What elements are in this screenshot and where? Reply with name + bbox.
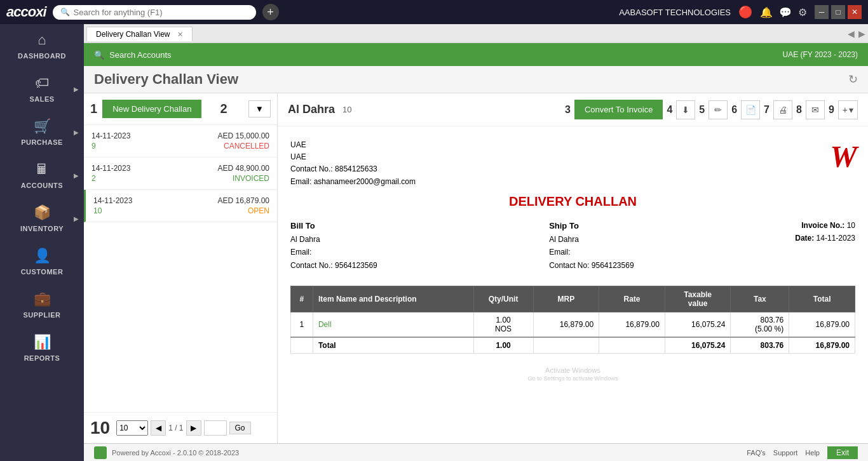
sidebar-label-supplier: SUPPLIER [23,311,60,319]
sidebar-item-sales[interactable]: 🏷 SALES ▶ [0,67,84,110]
minimize-button[interactable]: ─ [815,5,829,19]
search-icon: 🔍 [60,8,70,17]
page-size-select[interactable]: 10 25 50 [116,420,148,436]
activate-windows-text: Activate WindowsGo to Settings to activa… [290,366,855,382]
company-logo: W [830,139,855,188]
list-date: 14-11-2023 [92,131,130,140]
two-col-layout: 1 New Delivery Challan 2 ▼ 1 [84,93,868,443]
list-item[interactable]: 14-11-2023 AED 48,900.00 2 INVOICED [84,157,277,190]
fy-label: UAE (FY 2023 - 2023) [782,50,858,59]
ship-email: Email: [549,246,795,258]
row-tax: 803.76 (5.00 %) [731,312,789,338]
prev-page-button[interactable]: ◀ [151,420,166,436]
sidebar-item-customer[interactable]: 👤 CUSTOMER [0,240,84,283]
reports-icon: 📊 [34,334,51,351]
exit-button[interactable]: Exit [827,446,858,459]
toolbar-actions: 3 Convert To Invoice 4 ⬇ 5 ✏ 6 [565,100,858,119]
col-item: Item Name and Description [313,286,473,312]
sidebar-item-supplier[interactable]: 💼 SUPPLIER [0,283,84,326]
bell-icon[interactable]: 🔔 [760,6,773,18]
top-right: AABASOFT TECHNOLOGIES 🔴 🔔 💬 ⚙ ─ □ ✕ [619,5,862,19]
edit-button[interactable]: ✏ [709,100,728,119]
pdf-icon: 📄 [745,105,756,115]
sales-icon: 🏷 [35,75,49,91]
company-line1: UAE [290,139,416,151]
filter-button[interactable]: ▼ [248,100,271,117]
add-button[interactable]: + [262,4,279,20]
search-input[interactable] [74,8,248,17]
maximize-button[interactable]: □ [831,5,845,19]
sidebar-item-accounts[interactable]: 🖩 ACCOUNTS ▶ [0,154,84,197]
invoice-no: 10 [847,221,855,230]
pdf-button[interactable]: 📄 [741,100,760,119]
sidebar-item-purchase[interactable]: 🛒 PURCHASE ▶ [0,110,84,154]
col-total: Total [789,286,855,312]
more-actions-button[interactable]: + ▾ [838,100,858,119]
next-page-button[interactable]: ▶ [186,420,201,436]
faq-link[interactable]: FAQ's [747,449,766,457]
customer-icon: 👤 [34,248,51,264]
row-rate: 16,879.00 [599,312,665,338]
total-qty: 1.00 [473,337,533,354]
close-button[interactable]: ✕ [848,5,862,19]
bill-email: Email: [290,246,536,258]
search-accounts-btn[interactable]: 🔍 Search Accounts [94,50,172,60]
right-toolbar: Al Dahra 10 3 Convert To Invoice 4 ⬇ 5 ✏ [278,93,868,126]
ship-contact: Contact No: 9564123569 [549,259,795,272]
col-qty: Qty/Unit [473,286,533,312]
settings-icon[interactable]: ⚙ [798,6,807,18]
action-num-9: 9 [829,104,834,116]
print-button[interactable]: 🖨 [773,100,792,119]
green-search-bar: 🔍 Search Accounts UAE (FY 2023 - 2023) [84,43,868,66]
list-amount: AED 15,000.00 [218,131,269,140]
convert-to-invoice-button[interactable]: Convert To Invoice [574,100,663,119]
sidebar-item-dashboard[interactable]: ⌂ DASHBOARD [0,24,84,67]
search-accounts-icon: 🔍 [94,50,104,60]
chat-icon[interactable]: 💬 [779,6,792,18]
sidebar-label-customer: CUSTOMER [21,268,64,276]
page-header: Delivery Challan View ↻ [84,66,868,93]
tab-delivery-challan-view[interactable]: Delivery Challan View ✕ [86,27,193,41]
total-taxable: 16,075.24 [665,337,731,354]
sidebar-label-reports: REPORTS [24,354,60,362]
invoice-date: 14-11-2023 [817,234,855,243]
ship-to-label: Ship To [549,219,795,233]
status-badge: CANCELLED [224,142,269,150]
list-item[interactable]: 14-11-2023 AED 15,000.00 9 CANCELLED [84,125,277,157]
help-link[interactable]: Help [805,449,820,457]
email-button[interactable]: ✉ [806,100,825,119]
page-jump-input[interactable] [204,420,227,436]
download-button[interactable]: ⬇ [676,100,695,119]
action-num-6: 6 [731,104,737,116]
email-icon: ✉ [811,105,819,115]
inner-content: 🔍 Search Accounts UAE (FY 2023 - 2023) D… [84,43,868,461]
doc-content: UAE UAE Contact No.: 8854125633 Email: a… [278,126,868,443]
support-link[interactable]: Support [773,449,798,457]
app-logo: accoxi [6,4,46,20]
new-delivery-challan-button[interactable]: New Delivery Challan [102,100,201,118]
bill-ship-section: Bill To Al Dahra Email: Contact No.: 956… [290,219,795,272]
list-item[interactable]: 14-11-2023 AED 16,879.00 10 OPEN [84,190,277,222]
tab-close-icon[interactable]: ✕ [177,30,183,38]
sidebar-item-inventory[interactable]: 📦 INVENTORY ▶ [0,197,84,240]
tab-nav-left-icon[interactable]: ◀ [848,29,855,39]
refresh-button[interactable]: ↻ [848,72,858,86]
tab-nav-right-icon[interactable]: ▶ [858,29,865,39]
new-btn-number: 1 [90,102,97,116]
go-button[interactable]: Go [229,422,251,434]
list-id: 9 [92,142,96,150]
company-info: UAE UAE Contact No.: 8854125633 Email: a… [290,139,416,188]
search-box[interactable]: 🔍 [53,5,256,20]
challan-list: 14-11-2023 AED 15,000.00 9 CANCELLED [84,125,277,412]
app-footer: Powered by Accoxi - 2.0.10 © 2018-2023 F… [84,443,868,461]
list-id: 10 [93,206,102,215]
filter-icon: ▼ [255,104,264,114]
list-id: 2 [92,174,96,183]
company-contact: Contact No.: 8854125633 [290,163,416,175]
col-taxable: Taxablevalue [665,286,731,312]
ship-name: Al Dahra [549,233,795,246]
sidebar-item-reports[interactable]: 📊 REPORTS [0,326,84,370]
company-icon: 🔴 [738,5,752,19]
page-info: 1 / 1 [168,424,183,432]
tab-bar: Delivery Challan View ✕ ◀ ▶ [84,24,868,43]
